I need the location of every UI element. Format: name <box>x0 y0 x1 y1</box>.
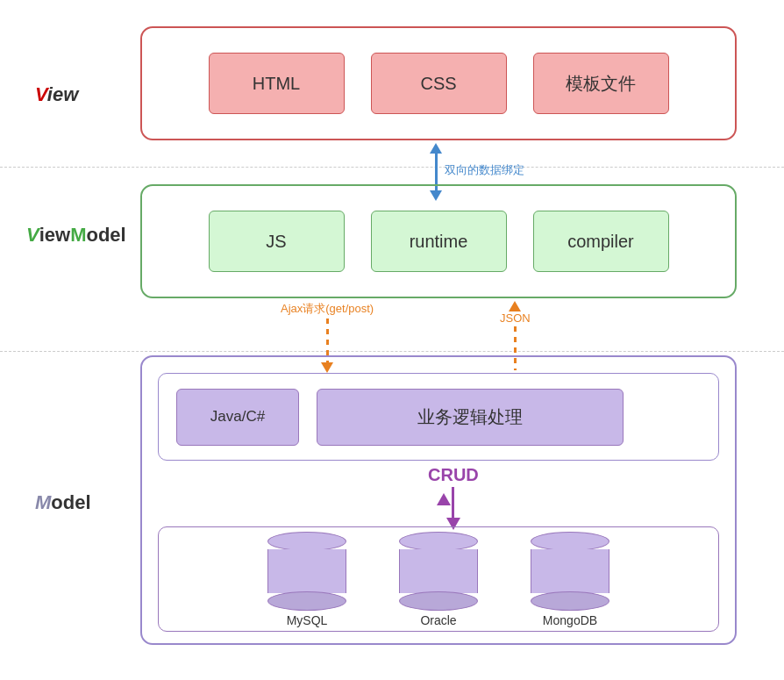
view-layer-label: View <box>35 83 78 106</box>
vm-item-runtime: runtime <box>371 211 507 272</box>
divider-viewmodel-model <box>0 351 784 352</box>
vm-item-compiler: compiler <box>533 211 669 272</box>
crud-up-arrow <box>437 493 451 505</box>
json-arrow-head <box>509 301 521 311</box>
crud-arrow: CRUD <box>428 465 479 530</box>
db-bottom-mysql <box>267 591 346 611</box>
view-box: HTML CSS 模板文件 <box>140 26 737 140</box>
divider-view-viewmodel <box>0 167 784 168</box>
crud-up-head <box>437 493 451 505</box>
db-mongodb: MongoDB <box>522 532 618 627</box>
db-top-mongodb <box>531 532 609 551</box>
biz-item-logic: 业务逻辑处理 <box>317 389 624 446</box>
business-logic-box: Java/C# 业务逻辑处理 <box>158 373 719 461</box>
arrow-up-head <box>430 143 442 154</box>
model-layer-label: Model <box>35 491 91 514</box>
db-body-mysql <box>267 549 346 593</box>
db-body-mongodb <box>531 549 609 593</box>
view-item-css: CSS <box>371 53 507 114</box>
db-top-mysql <box>267 532 346 551</box>
crud-line-down <box>452 487 454 518</box>
viewmodel-box: JS runtime compiler <box>140 184 737 298</box>
db-oracle: Oracle <box>390 532 487 627</box>
view-item-html: HTML <box>209 53 345 114</box>
db-bottom-oracle <box>399 591 478 611</box>
db-mysql: MySQL <box>259 532 355 627</box>
db-body-oracle <box>399 549 478 593</box>
view-item-template: 模板文件 <box>533 53 669 114</box>
vm-item-js: JS <box>209 211 345 272</box>
viewmodel-layer-label: ViewModel <box>26 224 126 247</box>
db-bottom-mongodb <box>531 591 609 611</box>
diagram: View HTML CSS 模板文件 双向的数据绑定 ViewModel JS … <box>0 0 784 680</box>
biz-item-java-csharp: Java/C# <box>176 389 299 446</box>
db-top-oracle <box>399 532 478 551</box>
database-box: MySQL Oracle MongoDB <box>158 526 719 632</box>
